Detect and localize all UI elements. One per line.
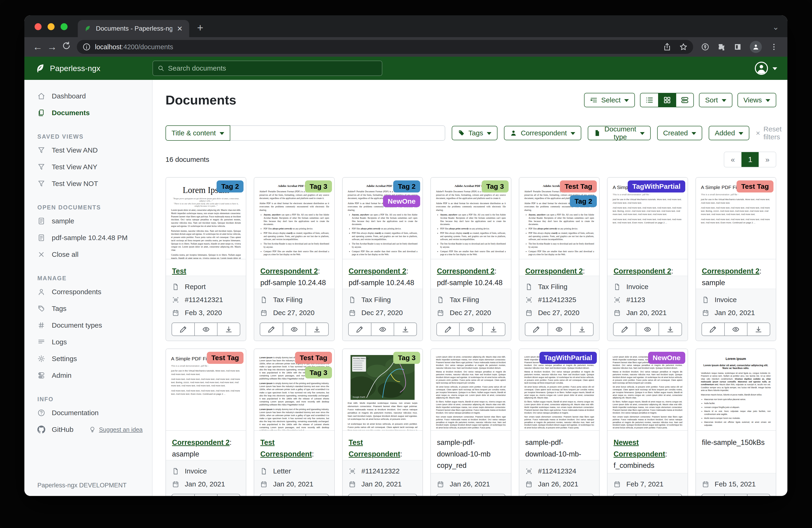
- tag-pill[interactable]: TagWithPartial: [539, 352, 597, 364]
- sidebar-item-documents[interactable]: Documents: [24, 104, 152, 121]
- correspondent-link[interactable]: Correspondent 2: [437, 267, 494, 275]
- close-window-button[interactable]: [34, 23, 42, 30]
- view-button[interactable]: [459, 323, 482, 336]
- tag-pill[interactable]: NewOne: [383, 195, 420, 208]
- reload-button[interactable]: [59, 41, 74, 53]
- reset-filters-button[interactable]: × Reset filters: [756, 125, 782, 141]
- edit-button[interactable]: [702, 494, 724, 496]
- tag-pill[interactable]: Test Tag: [737, 181, 773, 192]
- download-button[interactable]: [305, 323, 328, 336]
- pagination-page-1[interactable]: 1: [741, 152, 759, 167]
- title-content-dropdown[interactable]: Title & content: [165, 125, 230, 141]
- document-preview[interactable]: Adobe Acrobat PDF Files Adobe® Portable …: [519, 177, 599, 259]
- search-input[interactable]: [168, 64, 377, 72]
- edit-button[interactable]: [172, 323, 194, 336]
- document-type-row[interactable]: Tax Filing: [260, 293, 329, 306]
- sidebar-item-sample[interactable]: sample: [24, 213, 152, 229]
- created-date-row[interactable]: Dec 27, 2020: [525, 306, 594, 319]
- download-button[interactable]: [747, 323, 770, 336]
- sort-button[interactable]: Sort: [699, 93, 732, 107]
- download-button[interactable]: [747, 494, 770, 496]
- tag-pill[interactable]: TagWithPartial: [628, 181, 685, 192]
- view-grid-button[interactable]: [658, 93, 676, 107]
- sidebar-item-settings[interactable]: Settings: [24, 351, 152, 367]
- created-date-row[interactable]: Jan 20, 2021: [172, 477, 240, 490]
- document-preview[interactable]: Lorem Ipsum "Neque porro quisquam est qu…: [166, 177, 246, 259]
- sidebar-item-tags[interactable]: Tags: [24, 300, 152, 317]
- document-type-row[interactable]: Tax Filing: [436, 293, 505, 306]
- view-button[interactable]: [371, 494, 394, 496]
- created-date-row[interactable]: Jan 20, 2021: [348, 477, 417, 490]
- correspondent-link[interactable]: Correspondent 2: [172, 438, 230, 446]
- suggest-idea-link[interactable]: Suggest an idea: [89, 426, 143, 433]
- document-type-row[interactable]: Tax Filing: [348, 293, 417, 306]
- download-button[interactable]: [658, 323, 681, 336]
- sidebar-item-logs[interactable]: Logs: [24, 334, 152, 351]
- created-date-row[interactable]: Feb 15, 2021: [701, 477, 770, 490]
- bookmark-star-icon[interactable]: [679, 43, 687, 51]
- sidebar-item-test-view-any[interactable]: Test View ANY: [24, 159, 152, 175]
- created-filter-button[interactable]: Created: [657, 126, 702, 140]
- view-detail-button[interactable]: [676, 93, 693, 107]
- back-button[interactable]: ←: [30, 41, 45, 53]
- sidebar-item-close-all[interactable]: Close all: [24, 246, 152, 263]
- app-brand[interactable]: Paperless-ngx: [24, 63, 153, 73]
- tag-pill[interactable]: Test Tag: [560, 181, 597, 192]
- edit-button[interactable]: [613, 323, 636, 336]
- created-date-row[interactable]: Dec 27, 2020: [436, 306, 505, 319]
- created-date-row[interactable]: Dec 27, 2020: [260, 306, 329, 319]
- created-date-row[interactable]: Jan 20, 2021: [613, 306, 682, 319]
- edit-button[interactable]: [525, 323, 548, 336]
- tab-search-chevron-icon[interactable]: ⌄: [772, 22, 779, 32]
- new-tab-button[interactable]: +: [197, 22, 203, 34]
- correspondent-link[interactable]: Newest Correspondent: [613, 438, 665, 458]
- share-icon[interactable]: [663, 43, 671, 51]
- view-button[interactable]: [194, 323, 217, 336]
- view-button[interactable]: [724, 494, 747, 496]
- tag-pill[interactable]: Test Tag: [295, 352, 332, 364]
- sidebar-item-test-view-and[interactable]: Test View AND: [24, 142, 152, 159]
- browser-menu-icon[interactable]: [770, 43, 778, 51]
- sidebar-item-github[interactable]: GitHubSuggest an idea: [24, 421, 152, 438]
- document-preview[interactable]: A Simple PDF File This is a small demons…: [608, 177, 687, 259]
- document-preview[interactable]: Lorem Ipsum is simply dummy text of the …: [254, 349, 334, 431]
- edit-button[interactable]: [702, 323, 724, 336]
- download-button[interactable]: [482, 494, 505, 496]
- document-preview[interactable]: A Simple PDF File This is a small demons…: [696, 177, 776, 259]
- download-button[interactable]: [394, 494, 417, 496]
- view-button[interactable]: [724, 323, 747, 336]
- edit-button[interactable]: [613, 494, 636, 496]
- edit-button[interactable]: [260, 494, 282, 496]
- document-preview[interactable]: Lorem ipsum dolor sit amet, consectetur …: [608, 349, 687, 431]
- address-bar[interactable]: localhost:4200/documents: [77, 40, 693, 54]
- view-button[interactable]: [194, 494, 217, 496]
- document-type-row[interactable]: Report: [172, 280, 240, 293]
- sidebar-item-admin[interactable]: Admin: [24, 367, 152, 384]
- forward-button[interactable]: →: [45, 41, 59, 53]
- maximize-window-button[interactable]: [61, 23, 68, 30]
- document-preview[interactable]: Adobe Acrobat PDF Files Adobe® Portable …: [431, 177, 511, 259]
- document-type-filter-button[interactable]: Document type: [588, 126, 651, 140]
- view-button[interactable]: [283, 323, 305, 336]
- download-button[interactable]: [570, 323, 593, 336]
- correspondent-link[interactable]: Correspondent 2: [613, 267, 671, 275]
- edit-button[interactable]: [437, 323, 459, 336]
- document-preview[interactable]: Lorem ipsum dolor sit amet, consectetur …: [431, 349, 511, 431]
- views-button[interactable]: Views: [738, 93, 776, 107]
- browser-tab[interactable]: Documents - Paperless-ngx ✕: [78, 20, 189, 37]
- document-preview[interactable]: Lorem ipsum Lorem ipsum dolor sit amet, …: [696, 349, 776, 431]
- download-button[interactable]: [305, 494, 328, 496]
- title-content-filter-input[interactable]: [230, 125, 445, 141]
- view-button[interactable]: [371, 323, 394, 336]
- document-preview[interactable]: A Simple PDF File This is a small demons…: [166, 349, 246, 431]
- created-date-row[interactable]: Jan 20, 2021: [260, 477, 329, 490]
- tags-filter-button[interactable]: Tags: [452, 126, 497, 140]
- user-menu[interactable]: [754, 61, 787, 75]
- document-preview[interactable]: Adobe Acrobat PDF Files Adobe® Portable …: [254, 177, 334, 259]
- created-date-row[interactable]: Dec 27, 2020: [348, 306, 417, 319]
- document-preview[interactable]: Boundary Waters Trip Google Earth Erat n…: [343, 349, 422, 431]
- tag-pill[interactable]: Tag 3: [393, 352, 420, 364]
- edit-button[interactable]: [437, 494, 459, 496]
- created-date-row[interactable]: Jan 20, 2021: [701, 306, 770, 319]
- download-button[interactable]: [658, 494, 681, 496]
